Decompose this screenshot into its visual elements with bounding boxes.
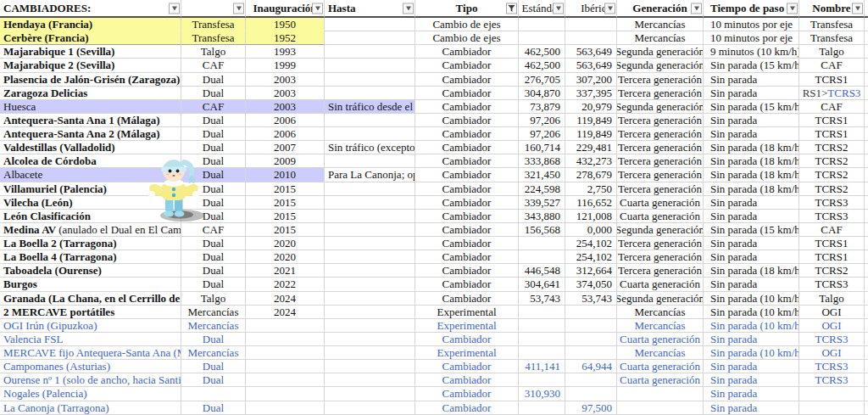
cell-iberico[interactable]: 229,481 (565, 141, 617, 154)
cell-tiempo[interactable]: 9 minutos (10 km/h) (704, 45, 799, 59)
cell-iberico[interactable]: 53,743 (565, 292, 617, 306)
cell-hasta[interactable]: Sin tráfico desde el 2 (325, 100, 415, 114)
cell-nombre[interactable]: OGI (799, 346, 865, 360)
cell-hasta[interactable] (325, 196, 415, 210)
cell-hasta[interactable] (325, 250, 415, 264)
cell-tipo[interactable]: Experimental (415, 306, 519, 319)
cell-nombre[interactable]: TCRS2 (799, 182, 865, 196)
cell-name[interactable]: OGI Irún (Gipuzkoa) (0, 319, 181, 333)
cell-year[interactable]: 2003 (246, 100, 325, 114)
cell-estandar[interactable]: 53,743 (519, 292, 565, 306)
cell-hasta[interactable] (325, 45, 415, 59)
cell-nombre[interactable]: CAF (799, 223, 865, 237)
cell-generacion[interactable]: Tercera generación (617, 87, 704, 100)
cell-name[interactable]: La Boella 4 (Tarragona) (0, 250, 181, 264)
cell-year[interactable]: 2015 (246, 223, 325, 237)
cell-name[interactable]: Medina AV (anulado el Dual en El Campill… (0, 223, 181, 237)
header-cell-tiempo[interactable]: Tiempo de paso (704, 0, 799, 18)
cell-maker[interactable]: Mercancías (181, 346, 246, 360)
cell-tiempo[interactable]: Sin parada (10 km/h) (704, 319, 799, 333)
cell-name[interactable]: Taboadela (Ourense) (0, 264, 181, 278)
cell-nombre[interactable]: CAF (799, 59, 865, 72)
cell-year[interactable]: 2010 (246, 168, 325, 182)
cell-generacion[interactable]: Tercera generación (617, 73, 704, 87)
cell-hasta[interactable] (325, 306, 415, 319)
cell-tiempo[interactable]: Sin parada (10 km/h) (704, 306, 799, 319)
cell-nombre[interactable]: TCRS1 (799, 237, 865, 250)
cell-maker[interactable]: Dual (181, 264, 246, 278)
cell-nombre[interactable]: Talgo (799, 292, 865, 306)
cell-iberico[interactable] (565, 373, 617, 387)
cell-year[interactable]: 2021 (246, 264, 325, 278)
cell-name[interactable]: La Boella 2 (Tarragona) (0, 237, 181, 250)
cell-iberico[interactable]: 20,979 (565, 100, 617, 114)
cell-maker[interactable]: Dual (181, 360, 246, 373)
cell-generacion[interactable]: Tercera generación (617, 168, 704, 182)
cell-iberico[interactable]: 116,652 (565, 196, 617, 210)
cell-name[interactable]: Cerbère (Francia) (0, 31, 181, 45)
cell-hasta[interactable] (325, 18, 415, 31)
cell-hasta[interactable] (325, 264, 415, 278)
cell-generacion[interactable]: Segunda generación (617, 45, 704, 59)
header-cell-tipo[interactable]: Tipo (415, 0, 519, 18)
cell-hasta[interactable] (325, 114, 415, 127)
cell-estandar[interactable]: 321,450 (519, 168, 565, 182)
cell-year[interactable]: 2020 (246, 237, 325, 250)
cell-generacion[interactable]: Mercancías (617, 31, 704, 45)
cell-iberico[interactable]: 64,944 (565, 360, 617, 373)
cell-hasta[interactable] (325, 127, 415, 141)
cell-iberico[interactable]: 254,102 (565, 237, 617, 250)
cell-estandar[interactable]: 339,527 (519, 196, 565, 210)
cell-estandar[interactable] (519, 319, 565, 333)
cell-generacion[interactable]: Tercera generación (617, 264, 704, 278)
cell-estandar[interactable]: 411,141 (519, 360, 565, 373)
cell-nombre[interactable]: TCRS2 (799, 154, 865, 168)
cell-maker[interactable]: Dual (181, 278, 246, 291)
cell-tiempo[interactable]: Sin parada (704, 373, 799, 387)
cell-tiempo[interactable]: Sin parada (15 km/h) (704, 100, 799, 114)
cell-tipo[interactable]: Cambiador (415, 264, 519, 278)
cell-year[interactable] (246, 401, 325, 415)
cell-tiempo[interactable]: Sin parada (15 km/h) (704, 59, 799, 72)
figurine-image[interactable] (142, 149, 207, 223)
cell-estandar[interactable] (519, 306, 565, 319)
cell-tipo[interactable]: Experimental (415, 319, 519, 333)
cell-tiempo[interactable]: Sin parada (704, 114, 799, 127)
cell-maker[interactable] (181, 387, 246, 401)
cell-tipo[interactable]: Experimental (415, 346, 519, 360)
cell-tipo[interactable]: Cambiador (415, 114, 519, 127)
cell-estandar[interactable]: 156,568 (519, 223, 565, 237)
cell-iberico[interactable]: 312,664 (565, 264, 617, 278)
cell-generacion[interactable]: Mercancías (617, 319, 704, 333)
cell-tipo[interactable]: Cambiador (415, 168, 519, 182)
cell-maker[interactable]: CAF (181, 223, 246, 237)
cell-year[interactable]: 2022 (246, 278, 325, 291)
filter-dropdown-button[interactable] (169, 3, 180, 14)
cell-iberico[interactable]: 374,050 (565, 278, 617, 291)
cell-generacion[interactable]: Cuarta generación (617, 360, 704, 373)
cell-estandar[interactable]: 276,705 (519, 73, 565, 87)
cell-tipo[interactable]: Cambio de ejes (415, 18, 519, 31)
cell-tiempo[interactable]: Sin parada (704, 278, 799, 291)
cell-hasta[interactable] (325, 373, 415, 387)
cell-iberico[interactable]: 563,649 (565, 59, 617, 72)
cell-hasta[interactable] (325, 292, 415, 306)
cell-estandar[interactable]: 224,598 (519, 182, 565, 196)
cell-nombre[interactable]: TCRS3 (799, 196, 865, 210)
cell-tiempo[interactable]: Sin parada (704, 210, 799, 223)
filter-active-button[interactable] (506, 3, 517, 14)
cell-year[interactable]: 2020 (246, 250, 325, 264)
filter-dropdown-button[interactable] (604, 3, 615, 14)
filter-dropdown-button[interactable] (691, 3, 702, 14)
cell-year[interactable]: 2024 (246, 292, 325, 306)
cell-hasta[interactable] (325, 223, 415, 237)
header-cell-estandar[interactable]: Estándar (519, 0, 565, 18)
cell-name[interactable]: La Canonja (Tarragona) (0, 401, 181, 415)
cell-maker[interactable]: Dual (181, 250, 246, 264)
cell-name[interactable]: Hendaya (Francia) (0, 18, 181, 31)
cell-tipo[interactable]: Cambiador (415, 210, 519, 223)
cell-year[interactable]: 2003 (246, 87, 325, 100)
cell-name[interactable]: 2 MERCAVE portátiles (0, 306, 181, 319)
cell-estandar[interactable]: 343,880 (519, 210, 565, 223)
cell-year[interactable]: 1952 (246, 31, 325, 45)
